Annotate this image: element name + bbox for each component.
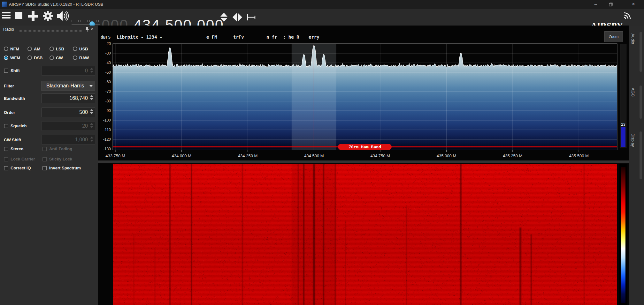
- waterfall-signal-streak: [460, 164, 462, 305]
- svg-text:-90: -90: [105, 108, 111, 113]
- svg-text:-20: -20: [105, 41, 111, 46]
- waterfall-signal-streak: [406, 206, 407, 305]
- zoom-slider-value: 23: [620, 122, 626, 127]
- svg-text:435.000 M: 435.000 M: [437, 153, 456, 158]
- waterfall-signal-streak: [155, 249, 155, 305]
- waterfall-legend-gradient: [621, 167, 625, 303]
- waterfall-signal-streak: [169, 164, 171, 305]
- svg-text:-110: -110: [103, 128, 111, 132]
- svg-text:433.750 M: 433.750 M: [105, 153, 125, 158]
- waterfall-signal-streak: [531, 234, 532, 305]
- waterfall-signal-streak: [584, 164, 585, 305]
- tab-display-grip[interactable]: [640, 131, 642, 179]
- waterfall-legend-track: [619, 164, 627, 305]
- svg-text:-80: -80: [105, 99, 111, 103]
- waterfall-signal-streak: [323, 164, 324, 305]
- tab-agc[interactable]: AGC: [631, 88, 635, 97]
- svg-text:434.250 M: 434.250 M: [238, 153, 257, 158]
- svg-text:434.750 M: 434.750 M: [370, 153, 390, 158]
- tab-audio[interactable]: Audio: [631, 33, 635, 44]
- tab-display[interactable]: Display: [631, 133, 635, 147]
- svg-text:-130: -130: [103, 147, 111, 151]
- waterfall-signal-streak: [242, 164, 243, 305]
- svg-text:435.500 M: 435.500 M: [569, 153, 588, 158]
- waterfall-rows: [113, 164, 617, 305]
- waterfall-signal-streak: [292, 164, 336, 305]
- waterfall-signal-streak: [134, 234, 134, 305]
- waterfall-display[interactable]: [113, 164, 617, 305]
- waterfall-signal-streak: [191, 164, 192, 305]
- app-window: AIRSPY SDR# Studio v1.0.0.1920 - RTL-SDR…: [0, 0, 644, 305]
- side-tab-strip: Audio AGC Display: [629, 26, 644, 305]
- band-annotation-badge: 70cm Ham Band: [338, 144, 392, 150]
- svg-text:-60: -60: [105, 80, 111, 84]
- svg-text:-30: -30: [105, 51, 111, 56]
- svg-text:435.250 M: 435.250 M: [503, 153, 522, 158]
- zoom-slider[interactable]: 23: [620, 44, 626, 148]
- waterfall-signal-streak: [335, 164, 336, 305]
- svg-text:434.000 M: 434.000 M: [172, 153, 191, 158]
- svg-text:-120: -120: [103, 137, 111, 142]
- svg-text:-40: -40: [105, 61, 111, 65]
- zoom-slider-fill[interactable]: [621, 127, 625, 147]
- svg-text:-50: -50: [105, 70, 111, 75]
- zoom-tab[interactable]: Zoom: [604, 31, 623, 42]
- tab-agc-grip[interactable]: [640, 86, 642, 119]
- waterfall-signal-streak: [345, 220, 346, 305]
- svg-text:-70: -70: [105, 89, 111, 94]
- waterfall-signal-streak: [519, 227, 521, 305]
- svg-text:434.500 M: 434.500 M: [304, 153, 324, 158]
- svg-text:-100: -100: [103, 118, 111, 123]
- tab-audio-grip[interactable]: [640, 32, 642, 72]
